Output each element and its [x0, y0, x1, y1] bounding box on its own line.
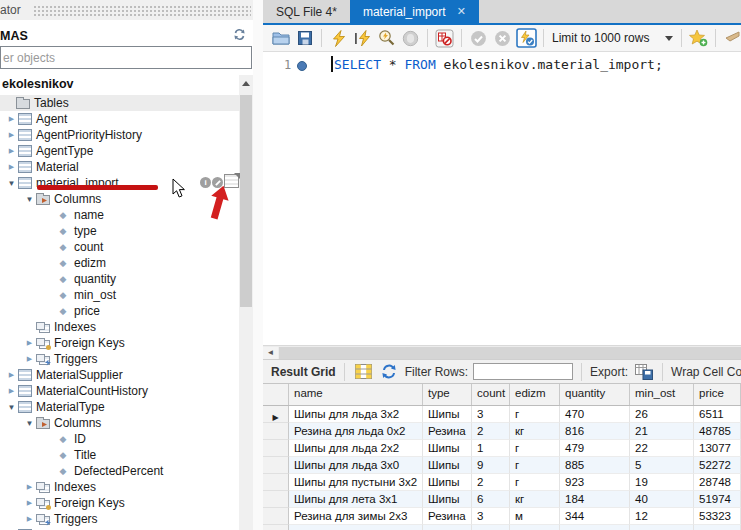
cell[interactable]: Резина для льда 0x2 — [289, 423, 423, 440]
editor-horizontal-scrollbar[interactable]: ◄ — [263, 345, 741, 359]
cell[interactable]: 12 — [630, 508, 694, 525]
table-info-icon[interactable]: i — [200, 177, 211, 188]
table-row[interactable]: Шипы для льда 3x0Шипы9г885552272 — [263, 457, 741, 474]
autocommit-toggle-active[interactable] — [516, 28, 537, 49]
tree-item-triggers[interactable]: ▶Triggers — [0, 351, 240, 367]
save-snippet-button[interactable] — [688, 28, 709, 49]
cell[interactable]: 1 — [472, 440, 510, 457]
execute-script-button[interactable] — [328, 28, 349, 49]
column-header-name[interactable]: name — [289, 384, 423, 405]
table-row[interactable]: Шипы для пустыни 3x2Шипы2г9231928748 — [263, 474, 741, 491]
limit-rows-dropdown[interactable]: Limit to 1000 rows — [552, 31, 673, 45]
cell[interactable]: Шипы для пустыни 3x2 — [289, 474, 423, 491]
close-tab-icon[interactable]: ✕ — [457, 5, 466, 18]
expand-arrow-icon[interactable]: ▼ — [5, 403, 18, 412]
expand-arrow-icon[interactable]: ▶ — [5, 163, 18, 171]
cell[interactable]: 184 — [560, 491, 630, 508]
tree-item-foreign-keys[interactable]: ▶Foreign Keys — [0, 335, 240, 351]
hscroll-thumb[interactable] — [279, 347, 741, 359]
cell[interactable] — [694, 525, 741, 530]
expand-arrow-icon[interactable]: ▼ — [23, 419, 36, 428]
cell[interactable]: 9 — [472, 457, 510, 474]
cell[interactable]: Шипы — [423, 440, 472, 457]
row-selector[interactable]: ▶ — [263, 406, 289, 423]
cell[interactable]: 26 — [630, 406, 694, 423]
refresh-results-button[interactable] — [379, 361, 400, 382]
column-header-count[interactable]: count — [472, 384, 510, 405]
cell[interactable]: 3 — [472, 406, 510, 423]
tab-sql-file-4[interactable]: SQL File 4* — [263, 0, 350, 23]
tree-item-indexes[interactable]: Indexes — [0, 319, 240, 335]
panel-splitter[interactable] — [253, 0, 263, 530]
row-selector[interactable] — [263, 474, 289, 491]
schema-name[interactable]: ekolesnikov — [2, 77, 74, 93]
table-row[interactable]: Резина для льда 0x2Резина2кг8162148785 — [263, 423, 741, 440]
tree-item-quantity[interactable]: ◆quantity — [0, 271, 240, 287]
sidebar-scrollbar[interactable] — [239, 92, 253, 530]
column-header-price[interactable]: price — [694, 384, 741, 405]
cell[interactable]: 2 — [472, 474, 510, 491]
execute-current-statement-button[interactable] — [352, 28, 373, 49]
tree-item-tables[interactable]: Tables — [0, 95, 240, 111]
tree-item-materialsupplier[interactable]: ▶MaterialSupplier — [0, 367, 240, 383]
tree-item-material[interactable]: ▶Material — [0, 159, 240, 175]
cell[interactable]: 51974 — [694, 491, 741, 508]
scroll-left-button[interactable]: ◄ — [263, 347, 278, 359]
tree-item-agentpriorityhistory[interactable]: ▶AgentPriorityHistory — [0, 127, 240, 143]
cell[interactable]: Шипы — [423, 406, 472, 423]
expand-arrow-icon[interactable]: ▶ — [5, 115, 18, 123]
cell[interactable]: г — [510, 406, 560, 423]
select-all-corner[interactable] — [263, 384, 289, 405]
cell[interactable]: Шипы для льда 3x2 — [289, 406, 423, 423]
tree-item-count[interactable]: ◆count — [0, 239, 240, 255]
beautify-button-partial[interactable] — [722, 28, 741, 49]
cell[interactable]: г — [510, 457, 560, 474]
row-selector[interactable] — [263, 508, 289, 525]
cell[interactable]: 48785 — [694, 423, 741, 440]
expand-arrow-icon[interactable]: ▶ — [5, 371, 18, 379]
expand-arrow-icon[interactable]: ▶ — [23, 483, 36, 491]
tree-item-agent[interactable]: ▶Agent — [0, 111, 240, 127]
cell[interactable] — [423, 525, 472, 530]
row-selector[interactable] — [263, 423, 289, 440]
cell[interactable]: Шипы для лета 3x1 — [289, 491, 423, 508]
expand-arrow-icon[interactable]: ▶ — [23, 515, 36, 523]
cell[interactable] — [289, 525, 423, 530]
explain-plan-button[interactable] — [376, 28, 397, 49]
expand-arrow-icon[interactable]: ▼ — [23, 195, 36, 204]
sql-statement[interactable]: SELECT * FROM ekolesnikov.material_impor… — [334, 57, 663, 72]
cell[interactable]: кг — [510, 423, 560, 440]
save-script-button[interactable] — [294, 28, 315, 49]
cell[interactable]: 816 — [560, 423, 630, 440]
cell[interactable]: Шипы — [423, 491, 472, 508]
tree-item-edizm[interactable]: ◆edizm — [0, 255, 240, 271]
cell[interactable]: м — [510, 508, 560, 525]
cell[interactable] — [560, 525, 630, 530]
cell[interactable]: Резина для зимы 2x3 — [289, 508, 423, 525]
tree-item-defectedpercent[interactable]: ◆DefectedPercent — [0, 463, 240, 479]
tree-item-agenttype[interactable]: ▶AgentType — [0, 143, 240, 159]
grid-view-button[interactable] — [353, 361, 374, 382]
cell[interactable]: 28748 — [694, 474, 741, 491]
cell[interactable]: 344 — [560, 508, 630, 525]
tree-item-foreign-keys[interactable]: ▶Foreign Keys — [0, 495, 240, 511]
cell[interactable]: 22 — [630, 440, 694, 457]
cell[interactable]: 53323 — [694, 508, 741, 525]
cell[interactable]: г — [510, 474, 560, 491]
cell[interactable]: 923 — [560, 474, 630, 491]
column-header-type[interactable]: type — [423, 384, 472, 405]
cell[interactable]: г — [510, 440, 560, 457]
cell[interactable]: 5 — [630, 457, 694, 474]
filter-objects-input[interactable] — [0, 46, 252, 69]
table-row[interactable]: Шипы для льда 2x2Шипы1г4792213077 — [263, 440, 741, 457]
column-header-min_ost[interactable]: min_ost — [630, 384, 694, 405]
cell[interactable]: Резина — [423, 508, 472, 525]
export-recordset-button[interactable] — [633, 361, 654, 382]
row-selector[interactable] — [263, 440, 289, 457]
cell[interactable]: Резина — [423, 423, 472, 440]
expand-arrow-icon[interactable]: ▼ — [5, 179, 18, 188]
cell[interactable]: кг — [510, 491, 560, 508]
column-header-quantity[interactable]: quantity — [560, 384, 630, 405]
cell[interactable]: 479 — [560, 440, 630, 457]
table-row[interactable]: Шипы для лета 3x1Шипы6кг1844051974 — [263, 491, 741, 508]
